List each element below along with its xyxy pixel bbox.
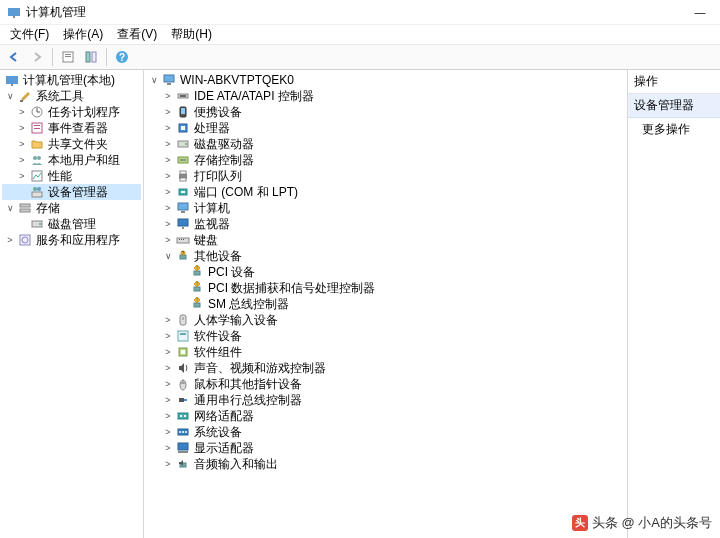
twist-closed-icon[interactable]: >	[162, 185, 174, 199]
dev-soft-comp[interactable]: >软件组件	[146, 344, 625, 360]
dev-usb[interactable]: >通用串行总线控制器	[146, 392, 625, 408]
tree-system-tools[interactable]: ∨ 系统工具	[2, 88, 141, 104]
twist-closed-icon[interactable]: >	[162, 345, 174, 359]
menu-view[interactable]: 查看(V)	[111, 25, 163, 44]
twist-closed-icon[interactable]: >	[16, 121, 28, 135]
device-tree[interactable]: ∨ WIN-ABKVTPTQEK0 >IDE ATA/ATAPI 控制器 >便携…	[144, 70, 628, 538]
twist-open-icon[interactable]: ∨	[4, 201, 16, 215]
forward-button[interactable]	[27, 47, 47, 67]
dev-ports[interactable]: >端口 (COM 和 LPT)	[146, 184, 625, 200]
ide-icon	[175, 88, 191, 104]
properties-button[interactable]	[58, 47, 78, 67]
svg-rect-67	[179, 398, 184, 402]
dev-smbus[interactable]: >!SM 总线控制器	[146, 296, 625, 312]
minimize-button[interactable]: —	[686, 2, 714, 22]
twist-closed-icon[interactable]: >	[4, 233, 16, 247]
dev-cpu[interactable]: >处理器	[146, 120, 625, 136]
menu-help[interactable]: 帮助(H)	[165, 25, 218, 44]
svg-rect-65	[181, 350, 185, 354]
actions-more[interactable]: 更多操作	[628, 118, 720, 141]
monitor-icon	[175, 216, 191, 232]
twist-closed-icon[interactable]: >	[162, 169, 174, 183]
show-hide-button[interactable]	[81, 47, 101, 67]
twist-closed-icon[interactable]: >	[162, 217, 174, 231]
help-button[interactable]: ?	[112, 47, 132, 67]
twist-closed-icon[interactable]: >	[162, 233, 174, 247]
dev-ide[interactable]: >IDE ATA/ATAPI 控制器	[146, 88, 625, 104]
twist-open-icon[interactable]: ∨	[162, 249, 174, 263]
dev-hid[interactable]: >人体学输入设备	[146, 312, 625, 328]
twist-closed-icon[interactable]: >	[16, 153, 28, 167]
twist-closed-icon[interactable]: >	[162, 121, 174, 135]
menu-file[interactable]: 文件(F)	[4, 25, 55, 44]
storage-ctrl-icon	[175, 152, 191, 168]
tree-local-users[interactable]: > 本地用户和组	[2, 152, 141, 168]
dev-monitor[interactable]: >监视器	[146, 216, 625, 232]
twist-closed-icon[interactable]: >	[162, 201, 174, 215]
svg-rect-50	[181, 239, 182, 240]
twist-closed-icon[interactable]: >	[162, 393, 174, 407]
twist-closed-icon[interactable]: >	[162, 153, 174, 167]
twist-closed-icon[interactable]: >	[16, 105, 28, 119]
twist-open-icon[interactable]: ∨	[148, 73, 160, 87]
dev-pci[interactable]: >!PCI 设备	[146, 264, 625, 280]
dev-computer[interactable]: >计算机	[146, 200, 625, 216]
dev-sound[interactable]: >声音、视频和游戏控制器	[146, 360, 625, 376]
twist-closed-icon[interactable]: >	[162, 105, 174, 119]
tree-task-scheduler[interactable]: > 任务计划程序	[2, 104, 141, 120]
twist-closed-icon[interactable]: >	[16, 169, 28, 183]
dev-storage-ctrl[interactable]: >存储控制器	[146, 152, 625, 168]
tree-event-viewer[interactable]: > 事件查看器	[2, 120, 141, 136]
dev-other[interactable]: ∨?其他设备	[146, 248, 625, 264]
back-button[interactable]	[4, 47, 24, 67]
dev-root[interactable]: ∨ WIN-ABKVTPTQEK0	[146, 72, 625, 88]
svg-rect-47	[182, 227, 184, 229]
dev-disk[interactable]: >磁盘驱动器	[146, 136, 625, 152]
svg-rect-0	[8, 8, 20, 16]
tree-root[interactable]: 计算机管理(本地)	[2, 72, 141, 88]
dev-net[interactable]: >网络适配器	[146, 408, 625, 424]
printer-icon	[175, 168, 191, 184]
tree-services-apps[interactable]: > 服务和应用程序	[2, 232, 141, 248]
menu-action[interactable]: 操作(A)	[57, 25, 109, 44]
dev-audio[interactable]: >音频输入和输出	[146, 456, 625, 472]
cpu-icon	[175, 120, 191, 136]
tree-device-manager[interactable]: > 设备管理器	[2, 184, 141, 200]
mouse-icon	[175, 376, 191, 392]
twist-closed-icon[interactable]: >	[162, 457, 174, 471]
twist-closed-icon[interactable]: >	[162, 89, 174, 103]
toolbar-separator	[52, 48, 53, 66]
twist-closed-icon[interactable]: >	[162, 329, 174, 343]
svg-point-75	[185, 431, 187, 433]
actions-group[interactable]: 设备管理器	[628, 94, 720, 118]
tree-performance[interactable]: > 性能	[2, 168, 141, 184]
twist-closed-icon[interactable]: >	[162, 377, 174, 391]
twist-closed-icon[interactable]: >	[162, 425, 174, 439]
twist-closed-icon[interactable]: >	[162, 313, 174, 327]
twist-closed-icon[interactable]: >	[162, 441, 174, 455]
twist-closed-icon[interactable]: >	[16, 137, 28, 151]
dev-portable[interactable]: >便携设备	[146, 104, 625, 120]
dev-mouse[interactable]: >鼠标和其他指针设备	[146, 376, 625, 392]
dev-soft-device[interactable]: >软件设备	[146, 328, 625, 344]
tree-storage[interactable]: ∨ 存储	[2, 200, 141, 216]
dev-display[interactable]: >显示适配器	[146, 440, 625, 456]
dev-keyboard[interactable]: >键盘	[146, 232, 625, 248]
dev-pci-signal[interactable]: >!PCI 数据捕获和信号处理控制器	[146, 280, 625, 296]
clock-icon	[29, 104, 45, 120]
port-icon	[175, 184, 191, 200]
perf-icon	[29, 168, 45, 184]
unknown-icon: !	[189, 264, 205, 280]
twist-open-icon[interactable]: ∨	[4, 89, 16, 103]
portable-icon	[175, 104, 191, 120]
keyboard-icon	[175, 232, 191, 248]
svg-text:?: ?	[119, 52, 125, 63]
twist-closed-icon[interactable]: >	[162, 137, 174, 151]
tree-shared-folders[interactable]: > 共享文件夹	[2, 136, 141, 152]
dev-system[interactable]: >系统设备	[146, 424, 625, 440]
twist-closed-icon[interactable]: >	[162, 409, 174, 423]
console-tree[interactable]: 计算机管理(本地) ∨ 系统工具 > 任务计划程序 > 事件查看器 > 共享文件…	[0, 70, 144, 538]
twist-closed-icon[interactable]: >	[162, 361, 174, 375]
dev-print[interactable]: >打印队列	[146, 168, 625, 184]
tree-disk-mgmt[interactable]: > 磁盘管理	[2, 216, 141, 232]
